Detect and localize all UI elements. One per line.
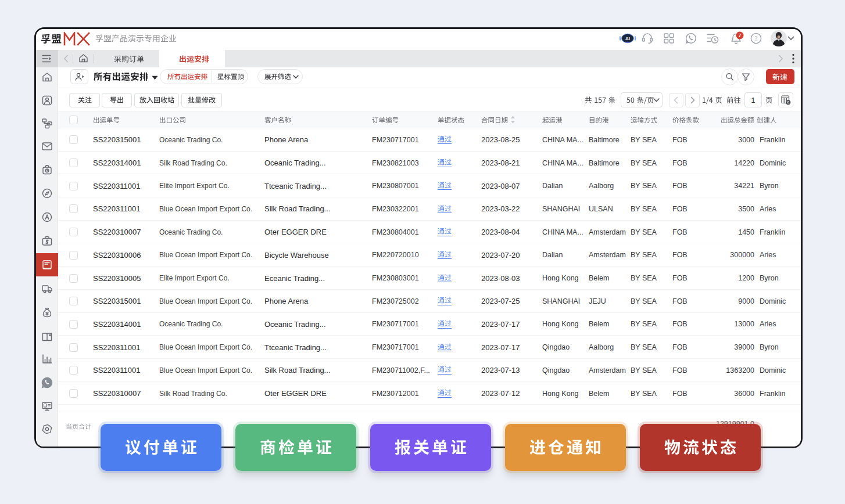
svg-text:7: 7 [738,33,741,38]
svg-text:?: ? [754,35,757,42]
svg-text:AI: AI [625,36,630,41]
